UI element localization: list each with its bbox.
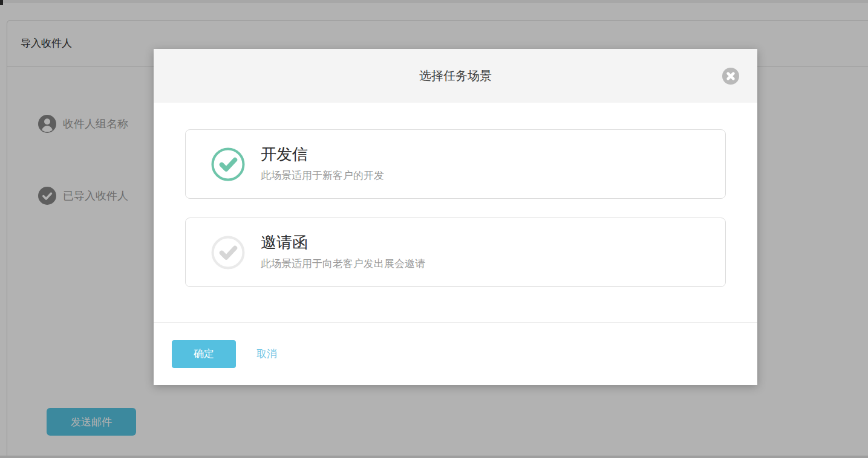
close-icon[interactable] [722, 68, 739, 85]
option-texts: 开发信 此场景适用于新客户的开发 [261, 146, 384, 183]
option-description: 此场景适用于新客户的开发 [261, 169, 384, 182]
check-ring-icon-selected [211, 147, 245, 181]
option-title: 开发信 [261, 146, 384, 164]
dialog-footer: 确定 取消 [154, 322, 757, 385]
option-title: 邀请函 [261, 234, 425, 252]
confirm-button[interactable]: 确定 [172, 340, 236, 368]
option-texts: 邀请函 此场景适用于向老客户发出展会邀请 [261, 234, 425, 271]
dialog-title: 选择任务场景 [419, 68, 492, 84]
dialog-body: 开发信 此场景适用于新客户的开发 邀请函 此场景适用于向老客户发出展会邀请 [154, 103, 757, 322]
check-ring-icon-unselected [211, 236, 245, 269]
option-description: 此场景适用于向老客户发出展会邀请 [261, 257, 425, 271]
option-development-letter[interactable]: 开发信 此场景适用于新客户的开发 [185, 129, 726, 199]
dialog-header: 选择任务场景 [154, 49, 757, 103]
cancel-link[interactable]: 取消 [256, 347, 277, 361]
task-scene-dialog: 选择任务场景 开发信 此场景适用于新客户的开发 [154, 49, 757, 385]
option-invitation-letter[interactable]: 邀请函 此场景适用于向老客户发出展会邀请 [185, 218, 726, 287]
